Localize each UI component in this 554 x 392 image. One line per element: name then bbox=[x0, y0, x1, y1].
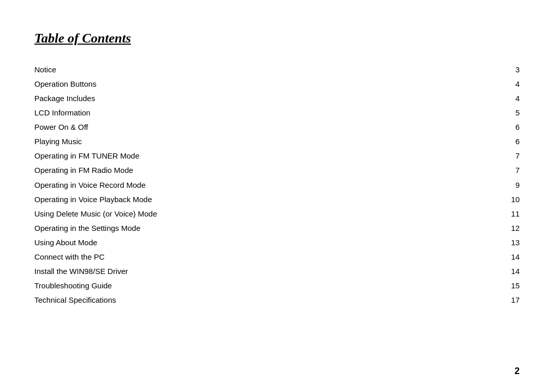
toc-row: Install the WIN98/SE Driver14 bbox=[34, 264, 520, 279]
toc-page-number: 12 bbox=[471, 221, 520, 236]
toc-page-number: 6 bbox=[471, 120, 520, 134]
toc-page-number: 9 bbox=[471, 178, 520, 192]
toc-label: Playing Music bbox=[34, 134, 471, 149]
toc-row: Operating in the Settings Mode12 bbox=[34, 221, 520, 236]
toc-row: Operating in FM Radio Mode7 bbox=[34, 164, 520, 178]
toc-row: Notice3 bbox=[34, 63, 520, 77]
page: Table of Contents Notice3Operation Butto… bbox=[0, 0, 554, 392]
toc-row: Operation Buttons4 bbox=[34, 77, 520, 91]
toc-page-number: 11 bbox=[471, 207, 520, 221]
toc-row: LCD Information5 bbox=[34, 106, 520, 120]
toc-label: Operating in Voice Record Mode bbox=[34, 178, 471, 192]
toc-row: Troubleshooting Guide15 bbox=[34, 279, 520, 293]
toc-label: Operating in FM TUNER Mode bbox=[34, 149, 471, 164]
toc-table: Notice3Operation Buttons4Package Include… bbox=[34, 63, 520, 308]
toc-page-number: 4 bbox=[471, 77, 520, 91]
toc-page-number: 15 bbox=[471, 279, 520, 293]
toc-page-number: 14 bbox=[471, 250, 520, 264]
toc-page-number: 7 bbox=[471, 149, 520, 164]
toc-row: Using About Mode13 bbox=[34, 236, 520, 250]
toc-label: Connect with the PC bbox=[34, 250, 471, 264]
page-number: 2 bbox=[515, 366, 520, 377]
toc-label: Package Includes bbox=[34, 91, 471, 106]
toc-row: Connect with the PC14 bbox=[34, 250, 520, 264]
toc-label: Install the WIN98/SE Driver bbox=[34, 264, 471, 279]
toc-row: Operating in Voice Playback Mode10 bbox=[34, 192, 520, 207]
toc-page-number: 17 bbox=[471, 293, 520, 308]
toc-label: Operation Buttons bbox=[34, 77, 471, 91]
toc-label: Technical Specifications bbox=[34, 293, 471, 308]
toc-label: Power On & Off bbox=[34, 120, 471, 134]
toc-label: Notice bbox=[34, 63, 471, 77]
toc-page-number: 5 bbox=[471, 106, 520, 120]
toc-label: Operating in FM Radio Mode bbox=[34, 164, 471, 178]
toc-label: Operating in the Settings Mode bbox=[34, 221, 471, 236]
toc-page-number: 4 bbox=[471, 91, 520, 106]
toc-label: Using Delete Music (or Voice) Mode bbox=[34, 207, 471, 221]
toc-label: Using About Mode bbox=[34, 236, 471, 250]
toc-row: Package Includes4 bbox=[34, 91, 520, 106]
toc-row: Technical Specifications17 bbox=[34, 293, 520, 308]
toc-label: LCD Information bbox=[34, 106, 471, 120]
toc-label: Operating in Voice Playback Mode bbox=[34, 192, 471, 207]
page-title: Table of Contents bbox=[34, 31, 131, 46]
toc-page-number: 14 bbox=[471, 264, 520, 279]
toc-row: Power On & Off6 bbox=[34, 120, 520, 134]
toc-page-number: 13 bbox=[471, 236, 520, 250]
toc-row: Using Delete Music (or Voice) Mode11 bbox=[34, 207, 520, 221]
toc-page-number: 3 bbox=[471, 63, 520, 77]
toc-row: Operating in FM TUNER Mode7 bbox=[34, 149, 520, 164]
toc-row: Playing Music6 bbox=[34, 134, 520, 149]
toc-label: Troubleshooting Guide bbox=[34, 279, 471, 293]
toc-page-number: 7 bbox=[471, 164, 520, 178]
toc-page-number: 10 bbox=[471, 192, 520, 207]
toc-page-number: 6 bbox=[471, 134, 520, 149]
toc-row: Operating in Voice Record Mode9 bbox=[34, 178, 520, 192]
